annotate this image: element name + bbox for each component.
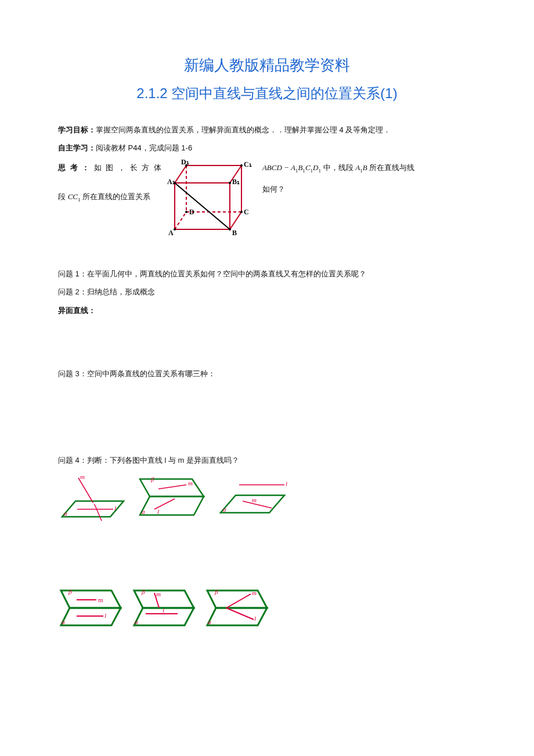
fig5-alpha: α	[135, 618, 138, 625]
diagram-3: l m α	[216, 473, 291, 524]
fig6-alpha: α	[208, 618, 211, 625]
math-a1b: A1B	[355, 163, 367, 172]
think-row2-right: 如何？	[262, 185, 285, 193]
think-right-2: 如何？	[262, 182, 476, 196]
question-1: 问题 1：在平面几何中，两直线的位置关系如何？空间中的两条直线又有怎样的位置关系…	[58, 267, 476, 280]
fig4-l: l	[104, 612, 106, 619]
svg-point-20	[174, 228, 176, 231]
svg-line-25	[95, 506, 102, 521]
cube-label-A1: A₁	[167, 178, 175, 186]
cube-label-C1: C₁	[244, 160, 252, 168]
objective-text: 掌握空间两条直线的位置关系，理解异面直线的概念．．理解并掌握公理 4 及等角定理…	[96, 125, 391, 134]
fig4-m: m	[98, 596, 103, 603]
cube-label-D1: D₁	[181, 160, 189, 166]
math-abcd: ABCD − A1B1C1D1	[262, 163, 321, 172]
think-after-a1b: 所在直线与线	[367, 163, 415, 172]
fig2-m: m	[188, 480, 193, 487]
learning-objective: 学习目标：掌握空间两条直线的位置关系，理解异面直线的概念．．理解并掌握公理 4 …	[58, 123, 476, 136]
think-in-text: 中，线段	[321, 163, 355, 172]
svg-line-43	[226, 594, 251, 608]
diagram-6: β m l α	[204, 586, 274, 631]
fig6-m: m	[252, 589, 257, 596]
cube-label-B: B	[232, 229, 237, 237]
fig5-m: m	[156, 591, 161, 597]
self-study-label: 自主学习：	[58, 143, 96, 152]
think-row2-pre: 段	[58, 192, 68, 201]
svg-line-24	[93, 502, 95, 506]
svg-line-23	[78, 478, 93, 502]
self-study: 自主学习：阅读教材 P44，完成问题 1-6	[58, 141, 476, 154]
diagram-1: m l α	[58, 473, 134, 524]
math-cc1: CC1	[68, 192, 81, 201]
page-title-main: 新编人教版精品教学资料	[58, 52, 476, 80]
think-right-1: ABCD − A1B1C1D1 中，线段 A1B 所在直线与线 如何？	[262, 160, 476, 196]
svg-point-17	[185, 211, 187, 213]
question-3: 问题 3：空间中两条直线的位置关系有哪三种：	[58, 367, 476, 380]
fig6-beta: β	[214, 588, 218, 595]
fig3-m: m	[252, 496, 257, 503]
question-4: 问题 4：判断：下列各图中直线 l 与 m 是异面直线吗？	[58, 453, 476, 467]
svg-point-14	[240, 164, 243, 167]
diagram-4: β m l α	[58, 586, 128, 631]
objective-label: 学习目标：	[58, 125, 96, 134]
cube-label-B1: B₁	[232, 178, 240, 186]
fig4-beta: β	[68, 588, 72, 595]
svg-line-31	[243, 501, 272, 508]
fig5-beta: β	[141, 588, 145, 595]
svg-point-18	[240, 211, 243, 213]
fig2-beta: β	[150, 476, 154, 483]
svg-marker-26	[140, 479, 204, 496]
diagram-row-2: β m l α β m l α β m l α	[58, 586, 476, 631]
svg-line-44	[226, 608, 254, 620]
cube-figure: D₁ C₁ A₁ B₁ D C A B	[166, 160, 259, 241]
cube-svg: D₁ C₁ A₁ B₁ D C A B	[166, 160, 259, 241]
self-study-text: 阅读教材 P44，完成问题 1-6	[96, 143, 192, 152]
fig6-l: l	[254, 615, 256, 622]
think-label: 思 考 ：	[58, 163, 91, 172]
think-left-1: 思 考 ： 如 图 ， 长 方 体	[58, 160, 163, 174]
think-row2-post: 所在直线的位置关系	[81, 192, 151, 201]
svg-line-28	[158, 485, 186, 489]
think-pre-cube: 如 图 ， 长 方 体	[91, 163, 163, 172]
svg-line-10	[175, 212, 186, 229]
diagram-row-1: m l α β m l α l m α	[58, 473, 476, 524]
page-title-sub: 2.1.2 空间中直线与直线之间的位置关系(1)	[58, 81, 476, 106]
svg-marker-42	[207, 608, 267, 625]
fig1-m: m	[80, 473, 85, 480]
diagram-5: β m l α	[131, 586, 201, 631]
fig1-l: l	[114, 505, 116, 512]
cube-label-C: C	[244, 208, 249, 216]
svg-marker-27	[140, 496, 204, 515]
cube-label-D: D	[189, 208, 194, 216]
svg-point-15	[229, 182, 231, 184]
fig1-alpha: α	[64, 510, 67, 517]
svg-point-19	[229, 228, 231, 231]
fig3-l: l	[286, 480, 287, 487]
fig4-alpha: α	[62, 618, 65, 625]
question-2: 问题 2：归纳总结，形成概念	[58, 285, 476, 298]
fig5-l: l	[163, 607, 164, 614]
svg-line-3	[175, 165, 186, 183]
think-left-2: 段 CC1 所在直线的位置关系	[58, 178, 150, 204]
skew-lines-label: 异面直线：	[58, 304, 476, 317]
cube-label-A: A	[168, 229, 174, 237]
fig2-l: l	[157, 508, 159, 515]
diagram-2: β m l α	[137, 473, 212, 524]
svg-line-8	[230, 212, 241, 229]
fig3-alpha: α	[223, 506, 226, 513]
fig2-alpha: α	[142, 508, 145, 515]
svg-line-12	[175, 183, 230, 229]
